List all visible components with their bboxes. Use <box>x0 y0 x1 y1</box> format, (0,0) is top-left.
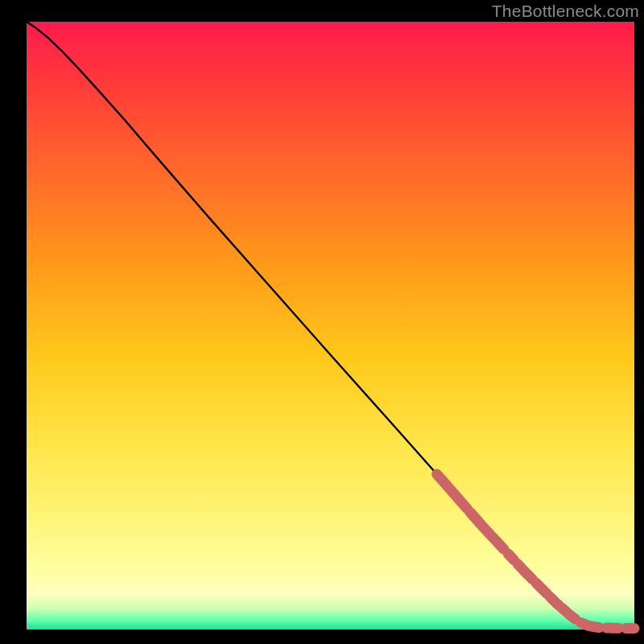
watermark-text: TheBottleneck.com <box>492 2 639 21</box>
chart-canvas <box>0 0 644 644</box>
marker-dash-2 <box>508 554 514 560</box>
marker-dash-8 <box>581 623 600 628</box>
marker-dash-7 <box>569 614 576 619</box>
chart-frame: TheBottleneck.com <box>0 0 644 644</box>
